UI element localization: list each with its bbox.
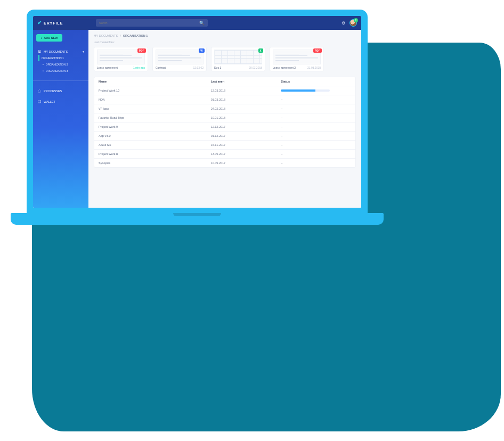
file-thumb: PDF — [273, 50, 321, 64]
breadcrumb-parent[interactable]: MY DOCUMENTS — [94, 34, 118, 37]
file-meta: Contract12:33:02 — [156, 66, 204, 69]
table-row[interactable]: About Me15.11.2017– — [94, 141, 355, 150]
file-name: Lease agreement — [97, 66, 118, 69]
breadcrumb: MY DOCUMENTS / ORGANIZATION 1 — [94, 34, 356, 37]
file-type-badge: PDF — [313, 48, 322, 53]
file-type-badge: X — [258, 48, 263, 53]
file-card[interactable]: PDFLease agreement1 min ago — [94, 47, 148, 71]
cell-name: Project Work 8 — [99, 152, 211, 156]
add-new-button[interactable]: + ADD NEW — [36, 34, 62, 42]
cell-last-seen: 12.12.2017 — [211, 125, 281, 128]
cell-last-seen: 01.12.2017 — [211, 134, 281, 137]
cell-name: VF logo — [99, 107, 211, 110]
file-thumb: PDF — [97, 50, 145, 64]
sidebar-sublist-orgs: ORGANIZATION 1 • ORGANIZATION 2 • ORGANI… — [36, 55, 85, 74]
breadcrumb-separator: / — [120, 34, 121, 37]
col-header-status: Status — [281, 80, 351, 83]
main-content: MY DOCUMENTS / ORGANIZATION 1 Last creat… — [88, 30, 361, 208]
cell-last-seen: 13.09.2017 — [211, 152, 281, 156]
sidebar-item-label: WALLET — [44, 100, 55, 103]
table-header-row: Name Last seen Status — [94, 77, 355, 86]
cell-name: Project Work 9 — [99, 125, 211, 128]
cell-last-seen: 10.09.2017 — [211, 161, 281, 165]
cell-status: – — [281, 98, 351, 101]
cell-status: – — [281, 143, 351, 146]
file-meta: Lease agreement 221.03.2018 — [273, 66, 321, 69]
sidebar-item-my-documents[interactable]: 🗎 MY DOCUMENTS ▾ — [36, 48, 85, 55]
table-row[interactable]: Project Work 1012.03.2018 — [94, 86, 355, 95]
table-row[interactable]: Project Work 912.12.2017– — [94, 123, 355, 132]
laptop-mockup: ✔ ERYFILE 🔍 ⚙ 2 — [27, 10, 368, 225]
topbar-right: ⚙ 2 — [342, 19, 357, 27]
file-meta: Doc 120.03.2018 — [214, 66, 262, 69]
file-type-badge: W — [199, 48, 205, 53]
table-row[interactable]: Favorite Road Trips10.01.2018– — [94, 113, 355, 123]
file-date: 21.03.2018 — [307, 66, 321, 69]
plus-icon: + — [40, 36, 42, 39]
sidebar-item-label: PROCESSES — [44, 89, 62, 93]
cell-status: – — [281, 152, 351, 156]
table-row[interactable]: Project Work 813.09.2017– — [94, 150, 355, 159]
sidebar-item-org-1[interactable]: ORGANIZATION 1 — [38, 55, 85, 61]
processes-icon: ◌ — [37, 89, 42, 93]
brand-name: ERYFILE — [44, 21, 63, 25]
file-name: Lease agreement 2 — [273, 66, 296, 69]
search-field-wrap[interactable]: 🔍 — [96, 19, 208, 27]
cell-status: – — [281, 107, 351, 110]
cell-name: NDA — [99, 98, 211, 101]
cell-name: Favorite Road Trips — [99, 116, 211, 119]
files-table: Name Last seen Status Project Work 1012.… — [94, 77, 356, 168]
sidebar-item-label: ORGANIZATION 1 — [42, 56, 64, 60]
progress-bar — [281, 89, 330, 92]
topbar: ✔ ERYFILE 🔍 ⚙ 2 — [33, 16, 361, 30]
sidebar-item-org-2[interactable]: • ORGANIZATION 2 — [42, 61, 85, 68]
gear-icon[interactable]: ⚙ — [342, 21, 345, 26]
file-card[interactable]: WContract12:33:02 — [152, 47, 207, 71]
brand-logo[interactable]: ✔ ERYFILE — [37, 20, 88, 26]
file-card[interactable]: PDFLease agreement 221.03.2018 — [270, 47, 324, 71]
table-row[interactable]: NDA01.03.2018– — [94, 95, 355, 104]
cell-name: Synopsis — [99, 161, 211, 165]
search-icon: 🔍 — [199, 21, 205, 26]
logo-check-icon: ✔ — [37, 20, 42, 26]
cell-last-seen: 15.11.2017 — [211, 143, 281, 146]
cell-last-seen: 01.03.2018 — [211, 98, 281, 101]
sidebar-item-label: ORGANIZATION 2 — [46, 63, 68, 66]
sidebar-item-processes[interactable]: ◌ PROCESSES — [36, 87, 85, 95]
add-new-label: ADD NEW — [44, 36, 58, 39]
sidebar: + ADD NEW 🗎 MY DOCUMENTS ▾ ORGANIZATION … — [33, 30, 88, 208]
file-name: Contract — [156, 66, 166, 69]
file-date: 1 min ago — [133, 66, 145, 69]
file-meta: Lease agreement1 min ago — [97, 66, 145, 69]
table-row[interactable]: Synopsis10.09.2017– — [94, 159, 355, 167]
laptop-frame: ✔ ERYFILE 🔍 ⚙ 2 — [27, 10, 368, 213]
cell-last-seen: 12.03.2018 — [211, 89, 281, 92]
file-date: 12:33:02 — [193, 66, 204, 69]
file-card[interactable]: XDoc 120.03.2018 — [211, 47, 265, 71]
cell-last-seen: 24.02.2018 — [211, 107, 281, 110]
sidebar-item-wallet[interactable]: ❏ WALLET — [36, 98, 85, 105]
table-row[interactable]: VF logo24.02.2018– — [94, 104, 355, 113]
breadcrumb-current: ORGANIZATION 1 — [123, 34, 148, 37]
file-thumb: W — [156, 50, 204, 64]
cell-status — [281, 89, 351, 92]
sidebar-item-org-3[interactable]: • ORGANIZATION 3 — [42, 68, 85, 74]
file-cards-row: PDFLease agreement1 min agoWContract12:3… — [94, 47, 356, 71]
cell-status: – — [281, 125, 351, 128]
sidebar-item-label: MY DOCUMENTS — [44, 50, 68, 53]
search-input[interactable] — [99, 21, 199, 24]
sidebar-item-label: ORGANIZATION 3 — [46, 69, 68, 72]
nav-section-documents: 🗎 MY DOCUMENTS ▾ ORGANIZATION 1 • ORGANI… — [36, 48, 85, 74]
app-body: + ADD NEW 🗎 MY DOCUMENTS ▾ ORGANIZATION … — [33, 30, 361, 208]
section-label: Last created files: — [94, 40, 356, 44]
cell-status: – — [281, 161, 351, 165]
chevron-down-icon: ▾ — [83, 50, 84, 53]
avatar[interactable]: 2 — [349, 19, 357, 27]
table-row[interactable]: App V3.001.12.2017– — [94, 132, 355, 141]
col-header-name: Name — [99, 80, 211, 83]
cell-name: App V3.0 — [99, 134, 211, 137]
folder-icon: 🗎 — [37, 50, 42, 53]
wallet-icon: ❏ — [37, 100, 42, 104]
cell-status: – — [281, 116, 351, 119]
cell-name: Project Work 10 — [99, 89, 211, 92]
